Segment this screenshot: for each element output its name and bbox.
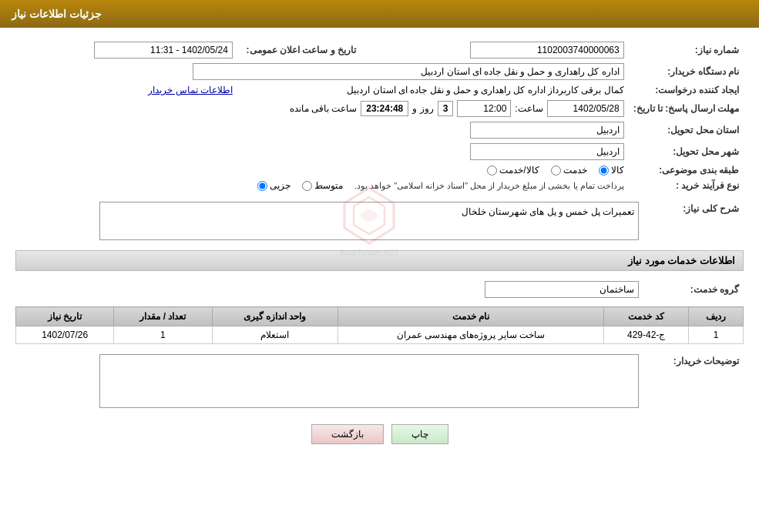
remaining-suffix: ساعت باقی مانده: [290, 103, 358, 114]
category-khedmat-radio[interactable]: [551, 166, 561, 176]
remaining-label: روز و: [412, 103, 433, 114]
remaining-time-box: 23:24:48: [361, 101, 408, 116]
page-header: جزئیات اطلاعات نیاز: [0, 0, 759, 28]
date-input[interactable]: [94, 42, 233, 59]
province-label: استان محل تحویل:: [629, 119, 744, 141]
table-row: 1 ج-42-429 ساخت سایر پروژه‌های مهندسی عم…: [16, 326, 744, 344]
back-button[interactable]: بازگشت: [311, 424, 384, 444]
purchase-motaset-option[interactable]: متوسط: [302, 180, 343, 191]
need-desc-table: شرح کلی نیاز: تعمیرات پل خمس و پل های شه…: [15, 199, 744, 243]
row-name: ساخت سایر پروژه‌های مهندسی عمران: [338, 326, 604, 344]
deadline-time-input[interactable]: [457, 100, 511, 117]
category-khedmat-option[interactable]: خدمت: [551, 165, 587, 176]
category-kala-option[interactable]: کالا: [599, 165, 624, 176]
purchase-type-note: پرداخت تمام یا بخشی از مبلغ خریدار از مح…: [354, 181, 624, 191]
col-header-row: ردیف: [688, 307, 743, 326]
category-khedmat-label: خدمت: [563, 165, 587, 176]
content-area: شماره نیاز: تاریخ و ساعت اعلان عمومی: نا…: [0, 28, 759, 467]
service-group-table: گروه خدمت:: [15, 279, 744, 300]
row-unit: استعلام: [212, 326, 338, 344]
col-header-unit: واحد اندازه گیری: [212, 307, 338, 326]
buyer-desc-label: توضیحات خریدار:: [643, 352, 744, 413]
category-label: طبقه بندی موضوعی:: [629, 162, 744, 178]
need-number-input[interactable]: [470, 42, 624, 59]
svg-marker-0: [344, 188, 394, 243]
need-number-label: شماره نیاز:: [629, 39, 744, 61]
remaining-days-box: 3: [438, 101, 454, 116]
creator-label: ایجاد کننده درخواست:: [629, 82, 744, 98]
category-kala-radio[interactable]: [599, 166, 609, 176]
deadline-label: مهلت ارسال پاسخ: تا تاریخ:: [629, 98, 744, 119]
deadline-date-input[interactable]: [547, 100, 624, 117]
purchase-jozi-option[interactable]: جزیی: [257, 180, 291, 191]
category-kala-khedmat-label: کالا/خدمت: [499, 165, 539, 176]
col-header-code: کد خدمت: [604, 307, 689, 326]
date-label: تاریخ و ساعت اعلان عمومی:: [237, 39, 361, 61]
city-label: شهر محل تحویل:: [629, 141, 744, 162]
services-table: ردیف کد خدمت نام خدمت واحد اندازه گیری ت…: [15, 306, 744, 344]
buyer-org-input[interactable]: [193, 63, 624, 80]
col-header-qty: تعداد / مقدار: [114, 307, 212, 326]
purchase-motaset-label: متوسط: [314, 180, 343, 191]
service-group-label: گروه خدمت:: [643, 279, 744, 300]
category-kala-label: کالا: [611, 165, 624, 176]
deadline-time-label: ساعت:: [515, 103, 542, 114]
buyer-desc-table: توضیحات خریدار:: [15, 352, 744, 413]
creator-value: کمال برقی کاربرداز اداره کل راهداری و حم…: [347, 85, 623, 95]
purchase-motaset-radio[interactable]: [302, 181, 312, 191]
purchase-type-label: نوع فرآیند خرید :: [629, 178, 744, 193]
services-section-title: اطلاعات خدمات مورد نیاز: [15, 250, 744, 271]
buyer-org-label: نام دستگاه خریدار:: [629, 61, 744, 82]
page-title: جزئیات اطلاعات نیاز: [12, 8, 102, 20]
row-qty: 1: [114, 326, 212, 344]
buyer-desc-textarea[interactable]: [99, 354, 639, 408]
province-input[interactable]: [470, 122, 624, 139]
category-kala-khedmat-radio[interactable]: [487, 166, 497, 176]
need-desc-label: شرح کلی نیاز:: [643, 199, 744, 243]
print-button[interactable]: چاپ: [391, 424, 448, 444]
purchase-jozi-label: جزیی: [270, 180, 291, 191]
main-info-table: شماره نیاز: تاریخ و ساعت اعلان عمومی: نا…: [15, 39, 744, 193]
row-number: 1: [688, 326, 743, 344]
col-header-name: نام خدمت: [338, 307, 604, 326]
category-kala-khedmat-option[interactable]: کالا/خدمت: [487, 165, 539, 176]
service-group-input[interactable]: [485, 281, 639, 298]
col-header-date: تاریخ نیاز: [16, 307, 114, 326]
row-date: 1402/07/26: [16, 326, 114, 344]
purchase-jozi-radio[interactable]: [257, 181, 267, 191]
page-wrapper: جزئیات اطلاعات نیاز شماره نیاز: تاریخ و …: [0, 0, 759, 532]
watermark-logo: [338, 185, 400, 246]
city-input[interactable]: [470, 143, 624, 160]
button-bar: چاپ بازگشت: [15, 424, 744, 444]
need-desc-value: تعمیرات پل خمس و پل های شهرستان خلخال: [462, 206, 634, 217]
row-code: ج-42-429: [604, 326, 689, 344]
svg-marker-1: [354, 197, 385, 234]
contact-link[interactable]: اطلاعات تماس خریدار: [148, 85, 233, 95]
